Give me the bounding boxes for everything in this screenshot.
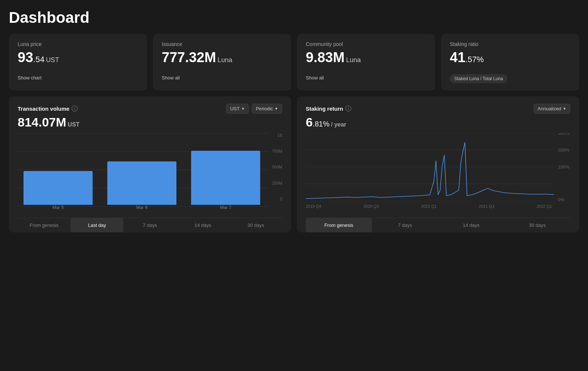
x-label-2019q4: 2019 Q4 — [306, 204, 321, 208]
currency-dropdown-arrow: ▼ — [241, 107, 245, 111]
issuance-card: Issuance 777.32MLuna Show all — [153, 34, 291, 90]
bars-container — [16, 137, 284, 205]
tab-from-genesis-staking[interactable]: From genesis — [306, 218, 372, 232]
staking-ratio-main: 41 — [450, 50, 465, 65]
community-pool-label: Community pool — [306, 41, 426, 47]
staking-return-decimal: .81% — [313, 120, 330, 128]
staking-return-card: Staking return i Annualized ▼ 6.81%/ yea… — [297, 96, 579, 232]
tx-volume-main: 814.07M — [18, 115, 66, 129]
x-label-2021q1: 2021 Q1 — [421, 204, 437, 208]
staking-return-title-row: Staking return i — [306, 106, 351, 112]
community-pool-unit: Luna — [346, 56, 361, 64]
bar-mar6 — [107, 161, 176, 205]
x-label-2022q1: 2022 Q1 — [537, 204, 552, 208]
luna-price-unit: UST — [46, 56, 59, 64]
bar-group-mar6 — [100, 137, 184, 205]
svg-text:200%: 200% — [558, 147, 570, 152]
community-pool-value: 9.83MLuna — [306, 50, 426, 65]
currency-dropdown-label: UST — [230, 106, 240, 111]
bar-group-mar5 — [16, 137, 100, 205]
bar-group-mar7 — [184, 137, 268, 205]
x-label-2021q3: 2021 Q3 — [479, 204, 494, 208]
issuance-main: 777.32M — [162, 50, 216, 65]
staking-badge: Staked Luna / Total Luna — [450, 74, 508, 83]
staking-return-info-icon[interactable]: i — [345, 106, 351, 111]
x-label-2020q3: 2020 Q3 — [363, 204, 379, 208]
staking-ratio-value: 41.57% — [450, 50, 570, 65]
tx-volume-card: Transaction volume i UST ▼ Periodic ▼ 81… — [9, 96, 291, 232]
period-dropdown-arrow: ▼ — [275, 107, 278, 111]
svg-text:0%: 0% — [558, 197, 564, 201]
x-label-mar7: Mar 7 — [184, 205, 268, 210]
staking-return-main: 6 — [306, 115, 313, 129]
svg-text:300%: 300% — [558, 133, 570, 135]
tx-time-tabs: From genesis Last day 7 days 14 days 30 … — [18, 218, 282, 232]
community-pool-card: Community pool 9.83MLuna Show all — [297, 34, 435, 90]
staking-ratio-decimal: .57% — [465, 55, 484, 64]
staking-return-value: 6.81%/ year — [306, 115, 570, 129]
tab-last-day-tx[interactable]: Last day — [71, 218, 123, 232]
luna-price-label: Luna price — [18, 41, 138, 47]
period-dropdown-label: Periodic — [256, 106, 273, 111]
line-chart-svg: 300% 200% 100% 0% — [306, 133, 570, 201]
tab-14days-tx[interactable]: 14 days — [176, 218, 229, 232]
issuance-unit: Luna — [218, 56, 232, 64]
tx-volume-title-row: Transaction volume i — [18, 106, 78, 112]
issuance-label: Issuance — [162, 41, 282, 47]
bar-chart-area: 1B 750M 500M 250M 0 — [16, 133, 284, 214]
period-dropdown[interactable]: Periodic ▼ — [252, 104, 282, 114]
tab-14days-staking[interactable]: 14 days — [438, 218, 504, 232]
x-label-mar6: Mar 6 — [100, 205, 184, 210]
grid-line-1 — [16, 133, 269, 133]
show-chart-link[interactable]: Show chart — [18, 75, 42, 81]
tab-from-genesis-tx[interactable]: From genesis — [18, 218, 71, 232]
tx-volume-value: 814.07MUST — [18, 115, 282, 129]
staking-period-label: Annualized — [538, 106, 561, 111]
currency-dropdown[interactable]: UST ▼ — [226, 104, 249, 114]
x-labels-line: 2019 Q4 2020 Q3 2021 Q1 2021 Q3 2022 Q1 — [306, 203, 570, 208]
tab-30days-staking[interactable]: 30 days — [504, 218, 570, 232]
tx-volume-info-icon[interactable]: i — [72, 106, 78, 111]
luna-price-card: Luna price 93.54UST Show chart — [9, 34, 147, 90]
bar-mar7 — [191, 151, 260, 205]
staking-return-unit: / year — [331, 121, 347, 128]
svg-text:100%: 100% — [558, 164, 570, 169]
tx-volume-title: Transaction volume — [18, 106, 69, 112]
luna-price-main: 93 — [18, 50, 33, 65]
line-chart-area: 300% 200% 100% 0% 2019 Q4 2020 Q3 2021 Q… — [306, 133, 570, 214]
staking-period-arrow: ▼ — [563, 107, 566, 111]
tx-volume-header: Transaction volume i UST ▼ Periodic ▼ — [18, 104, 282, 114]
staking-return-header: Staking return i Annualized ▼ — [306, 104, 570, 114]
bar-mar5 — [24, 171, 93, 205]
tab-7days-staking[interactable]: 7 days — [372, 218, 438, 232]
x-label-mar5: Mar 5 — [16, 205, 100, 210]
page-title: Dashboard — [9, 9, 579, 26]
community-pool-main: 9.83M — [306, 50, 345, 65]
staking-time-tabs: From genesis 7 days 14 days 30 days — [306, 218, 570, 232]
bottom-charts-row: Transaction volume i UST ▼ Periodic ▼ 81… — [9, 96, 579, 232]
luna-price-value: 93.54UST — [18, 50, 138, 65]
tab-7days-tx[interactable]: 7 days — [123, 218, 176, 232]
issuance-value: 777.32MLuna — [162, 50, 282, 65]
top-cards-row: Luna price 93.54UST Show chart Issuance … — [9, 34, 579, 90]
staking-ratio-label: Staking ratio — [450, 41, 570, 47]
tab-30days-tx[interactable]: 30 days — [229, 218, 282, 232]
x-labels-bar: Mar 5 Mar 6 Mar 7 — [16, 205, 284, 210]
luna-price-decimal: .54 — [33, 55, 44, 64]
tx-volume-dropdowns: UST ▼ Periodic ▼ — [226, 104, 282, 114]
tx-volume-unit: UST — [68, 121, 79, 128]
staking-return-dropdown-wrap: Annualized ▼ — [534, 104, 570, 114]
staking-ratio-card: Staking ratio 41.57% Staked Luna / Total… — [441, 34, 579, 90]
community-pool-show-all-link[interactable]: Show all — [306, 75, 324, 81]
staking-return-title: Staking return — [306, 106, 343, 112]
issuance-show-all-link[interactable]: Show all — [162, 75, 180, 81]
staking-period-dropdown[interactable]: Annualized ▼ — [534, 104, 570, 114]
